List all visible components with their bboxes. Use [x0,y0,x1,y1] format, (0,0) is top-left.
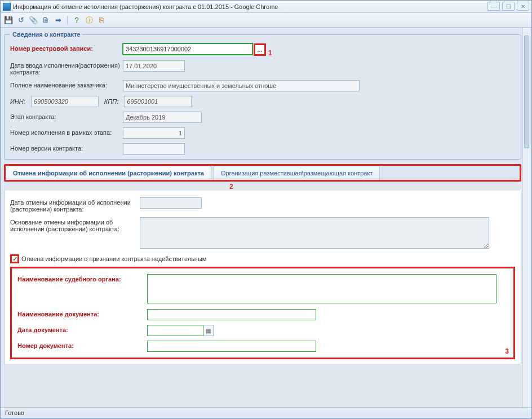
document-icon[interactable]: 🗎 [41,16,50,25]
statusbar: Готово [1,407,531,418]
annotation-1: 1 [268,49,272,57]
exit-icon[interactable]: ⎘ [97,16,106,25]
info-icon[interactable]: ⓘ [85,16,94,25]
minimize-button[interactable]: — [487,2,500,11]
doc-name-input[interactable] [147,309,316,320]
window-title: Информация об отмене исполнения (расторж… [13,3,278,10]
app-window: Информация об отмене исполнения (расторж… [0,0,532,419]
kpp-label: КПП: [104,98,118,105]
contract-info-legend: Сведения о контракте [10,31,82,38]
help-icon[interactable]: ? [72,16,81,25]
cancel-reason-label: Основание отмены информации об исполнени… [10,217,140,232]
calendar-icon[interactable]: ▦ [203,325,214,336]
content-area: Сведения о контракте Номер реестровой за… [1,28,531,407]
vertical-scrollbar[interactable] [522,28,530,407]
cancel-date-input[interactable] [140,197,202,209]
version-label: Номер версии контракта: [10,143,123,152]
attach-icon[interactable]: 📎 [29,16,38,25]
court-name-label: Наименование судебного органа: [17,274,147,283]
doc-name-label: Наименование документа: [17,309,147,317]
tabs-strip: Отмена информации об исполнении (расторж… [6,166,520,180]
save-icon[interactable]: 💾 [4,16,13,25]
inn-input [31,96,99,107]
doc-num-input[interactable] [147,341,316,352]
stage-label: Этап контракта: [10,112,123,120]
tab-organization[interactable]: Организация разместившая\размещающая кон… [214,166,380,180]
exec-num-input [123,127,185,139]
annotation-3: 3 [505,347,509,355]
invalid-contract-checkbox-label: Отмена информации о признании контракта … [21,255,206,262]
customer-input [123,80,360,91]
export-icon[interactable]: ➡ [54,16,63,25]
tabs-container: Отмена информации об исполнении (расторж… [4,164,521,364]
status-text: Готово [5,409,24,416]
registry-lookup-button[interactable]: ... [254,43,266,56]
stage-input [123,112,202,123]
maximize-button[interactable]: ☐ [502,2,515,11]
doc-num-label: Номер документа: [17,341,147,349]
cancel-date-label: Дата отмены информации об исполнении (ра… [10,197,140,213]
scrollbar-thumb[interactable] [524,36,529,148]
toolbar: 💾 ↺ 📎 🗎 ➡ ? ⓘ ⎘ [1,13,531,28]
kpp-input [124,96,192,107]
window-controls: — ☐ ✕ [487,2,529,11]
cancel-reason-input[interactable] [140,217,489,249]
court-panel: Наименование судебного органа: Наименова… [10,267,515,359]
close-button[interactable]: ✕ [517,2,529,11]
annotation-2: 2 [4,182,521,191]
doc-date-input[interactable] [147,325,203,336]
toolbar-separator [67,16,68,25]
titlebar: Информация об отмене исполнения (расторж… [1,1,531,13]
customer-label: Полное наименование заказчика: [10,80,123,89]
registry-number-input[interactable] [123,43,252,55]
registry-number-label: Номер реестровой записи: [10,43,123,52]
doc-date-label: Дата документа: [17,325,147,333]
version-input [123,143,185,155]
tab-cancel-info[interactable]: Отмена информации об исполнении (расторж… [6,166,211,180]
exec-num-label: Номер исполнения в рамках этапа: [10,127,123,136]
exec-date-label: Дата ввода исполнения(расторжения) контр… [10,60,123,76]
invalid-contract-checkbox[interactable]: ✓ [10,254,19,263]
court-name-input[interactable] [147,274,496,303]
app-icon [3,3,11,11]
tab-body: Дата отмены информации об исполнении (ра… [4,191,521,364]
inn-label: ИНН: [10,98,25,105]
refresh-icon[interactable]: ↺ [16,16,25,25]
contract-info-group: Сведения о контракте Номер реестровой за… [4,31,521,160]
exec-date-input [123,60,185,72]
